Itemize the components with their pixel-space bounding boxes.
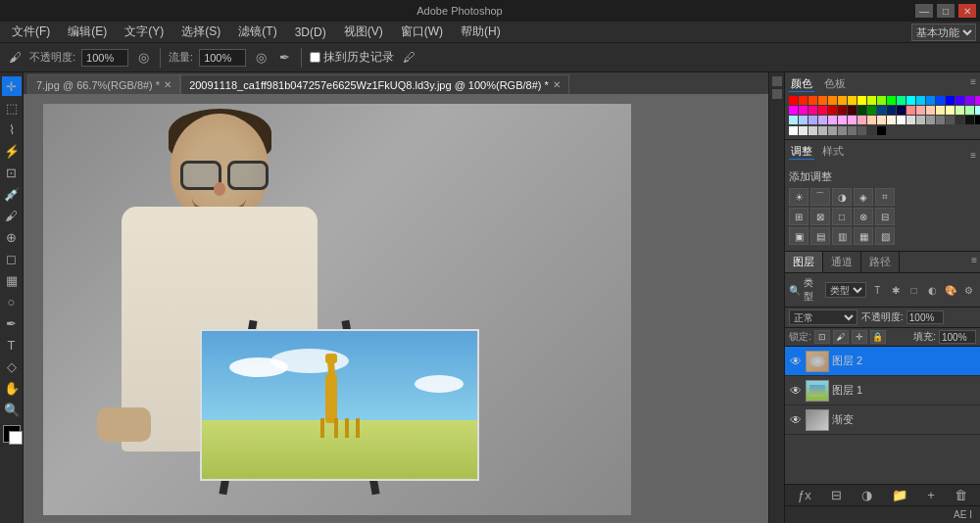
layer-group-btn[interactable]: 📁 [892, 488, 907, 502]
swatch[interactable] [906, 116, 915, 124]
layer-delete-btn[interactable]: 🗑 [955, 488, 967, 502]
airbrush-icon[interactable]: ✒ [275, 49, 293, 67]
swatch-g4[interactable] [828, 126, 837, 135]
blend-mode-select[interactable]: 正常 溶解 正片叠底 [789, 309, 858, 325]
swatch[interactable] [916, 116, 925, 124]
adj-channel-mixer[interactable]: ⊗ [854, 208, 873, 225]
adj-tab-styles[interactable]: 样式 [820, 144, 846, 160]
flow-input[interactable] [199, 49, 246, 67]
layer-2-visibility[interactable]: 👁 [789, 355, 803, 368]
workspace-selector[interactable]: 基本功能 [911, 24, 976, 41]
layer-new-btn[interactable]: + [927, 488, 935, 502]
foreground-color[interactable] [3, 425, 21, 443]
layer-fx-btn[interactable]: ƒx [798, 488, 811, 502]
lock-all[interactable]: 🔒 [870, 330, 886, 344]
swatch[interactable] [789, 106, 798, 115]
flow-icon[interactable]: ◎ [252, 49, 270, 67]
layer-mask-btn[interactable]: ⊟ [831, 488, 842, 502]
swatch[interactable] [897, 96, 906, 105]
swatch[interactable] [799, 116, 808, 124]
swatch-g2[interactable] [808, 126, 817, 135]
swatches-tab[interactable]: 色板 [822, 76, 848, 92]
swatch[interactable] [818, 96, 827, 105]
swatch[interactable] [936, 116, 945, 124]
layer-item-gradient[interactable]: 👁 渐变 [785, 405, 980, 435]
tool-gradient[interactable]: ▦ [2, 270, 22, 290]
swatch[interactable] [789, 116, 798, 124]
swatch[interactable] [818, 106, 827, 115]
swatch[interactable] [838, 96, 847, 105]
minimize-button[interactable]: — [915, 4, 933, 18]
swatch[interactable] [838, 116, 847, 124]
tool-select[interactable]: ⬚ [2, 98, 22, 118]
swatch[interactable] [867, 96, 876, 105]
filter-fx-btn[interactable]: ✱ [888, 282, 904, 298]
filter-cam-btn[interactable]: □ [906, 282, 922, 298]
menu-filter[interactable]: 滤镜(T) [230, 22, 284, 42]
swatch-black[interactable] [877, 126, 886, 135]
swatch-g7[interactable] [858, 126, 866, 135]
swatch[interactable] [956, 116, 964, 124]
lock-image[interactable]: 🖌 [833, 330, 849, 344]
swatch-white[interactable] [789, 126, 798, 135]
tool-move[interactable]: ✛ [2, 76, 22, 96]
swatch[interactable] [877, 96, 886, 105]
swatch[interactable] [916, 106, 925, 115]
tool-text[interactable]: T [2, 335, 22, 355]
swatch[interactable] [848, 106, 857, 115]
adj-exposure[interactable]: ◑ [832, 188, 852, 206]
swatch[interactable] [936, 96, 945, 105]
menu-edit[interactable]: 编辑(E) [60, 22, 115, 42]
swatch[interactable] [818, 116, 827, 124]
swatch[interactable] [946, 116, 955, 124]
swatch[interactable] [799, 106, 808, 115]
swatch[interactable] [828, 116, 837, 124]
layer-item-1[interactable]: 👁 图层 1 [785, 376, 980, 405]
tool-zoom[interactable]: 🔍 [2, 400, 22, 419]
swatch[interactable] [926, 96, 935, 105]
filter-type-select[interactable]: 类型 [825, 282, 866, 298]
swatch[interactable] [975, 116, 980, 124]
swatch[interactable] [848, 116, 857, 124]
layer-adj-btn[interactable]: ◑ [861, 488, 872, 502]
color-tab[interactable]: 颜色 [789, 76, 814, 92]
filter-adj-btn[interactable]: ◐ [924, 282, 940, 298]
swatch[interactable] [916, 96, 925, 105]
swatch[interactable] [877, 106, 886, 115]
swatch[interactable] [858, 106, 866, 115]
adj-brightness[interactable]: ☀ [789, 188, 808, 206]
swatch[interactable] [887, 96, 896, 105]
tool-eraser[interactable]: ◻ [2, 249, 22, 268]
adj-color-lookup[interactable]: ⊟ [875, 208, 895, 225]
swatch[interactable] [906, 106, 915, 115]
layers-tab-paths[interactable]: 路径 [861, 252, 900, 272]
layers-tab-channels[interactable]: 通道 [823, 252, 861, 272]
swatch[interactable] [887, 106, 896, 115]
opacity-icon[interactable]: ◎ [134, 49, 152, 67]
adj-colorbalance[interactable]: ⊞ [789, 208, 808, 225]
swatch[interactable] [789, 96, 798, 105]
background-color[interactable] [9, 431, 23, 445]
swatch[interactable] [965, 106, 974, 115]
tool-hand[interactable]: ✋ [2, 378, 22, 398]
adj-panel-menu[interactable]: ≡ [970, 150, 976, 161]
swatch[interactable] [828, 96, 837, 105]
opacity-input[interactable] [81, 49, 128, 67]
swatch[interactable] [956, 96, 964, 105]
tool-eyedropper[interactable]: 💉 [2, 184, 22, 204]
swatch-g8[interactable] [867, 126, 876, 135]
swatch[interactable] [965, 96, 974, 105]
menu-help[interactable]: 帮助(H) [453, 22, 509, 42]
menu-text[interactable]: 文字(Y) [117, 22, 172, 42]
tool-stamp[interactable]: ⊕ [2, 227, 22, 247]
swatch-g3[interactable] [818, 126, 827, 135]
swatch[interactable] [828, 106, 837, 115]
layer-gradient-visibility[interactable]: 👁 [789, 413, 803, 427]
opacity-value[interactable] [906, 310, 944, 324]
lock-transparent[interactable]: ⊡ [814, 330, 830, 344]
swatch-g5[interactable] [838, 126, 847, 135]
swatch[interactable] [887, 116, 896, 124]
filter-T-btn[interactable]: T [869, 282, 885, 298]
menu-select[interactable]: 选择(S) [173, 22, 228, 42]
swatch[interactable] [858, 116, 866, 124]
